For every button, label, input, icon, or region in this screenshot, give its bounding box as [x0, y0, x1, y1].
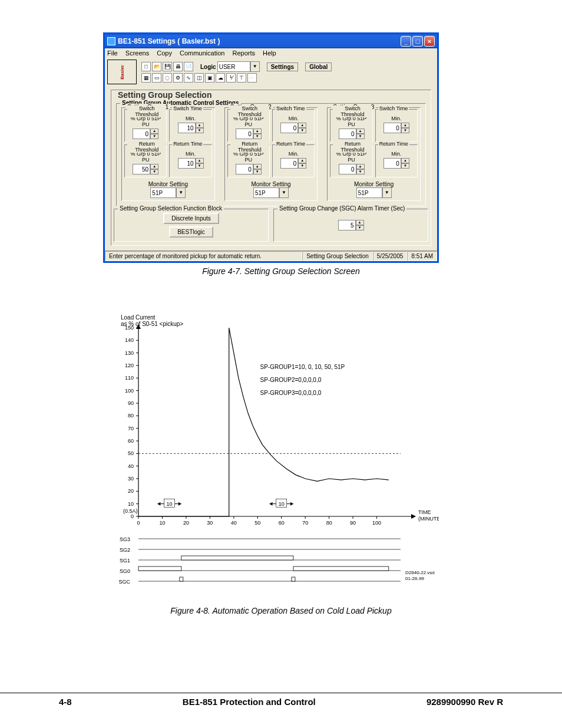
- switch-threshold-spinner[interactable]: ▲▼: [236, 129, 262, 139]
- switch-time-spinner[interactable]: ▲▼: [178, 123, 204, 133]
- return-time-spinner[interactable]: ▲▼: [178, 158, 204, 169]
- switch-threshold-label: Switch Threshold: [333, 106, 372, 117]
- save-icon[interactable]: 💾: [163, 62, 172, 71]
- footer-rev: 9289900990 Rev R: [427, 697, 503, 707]
- svg-text:01-26-99: 01-26-99: [405, 576, 425, 581]
- menu-communication[interactable]: Communication: [180, 50, 224, 57]
- return-threshold-spinner[interactable]: ▲▼: [133, 164, 158, 174]
- menubar: File Screens Copy Communication Reports …: [105, 48, 437, 58]
- return-time-label: Return Time: [172, 141, 203, 147]
- menu-screens[interactable]: Screens: [125, 50, 149, 57]
- svg-text:120: 120: [125, 363, 134, 368]
- bestlogic-button[interactable]: BESTlogic: [169, 226, 213, 238]
- switch-time-label: Switch Time: [378, 106, 409, 111]
- logic-select[interactable]: ▼: [217, 61, 260, 72]
- svg-text:150: 150: [125, 325, 134, 331]
- svg-rect-90: [180, 577, 183, 581]
- monitor-setting-select[interactable]: ▼: [150, 187, 186, 198]
- down-arrow-icon[interactable]: ▼: [356, 225, 364, 230]
- tool-icon[interactable]: ☁: [216, 73, 225, 83]
- svg-rect-91: [292, 577, 295, 581]
- svg-text:110: 110: [125, 375, 134, 381]
- up-arrow-icon[interactable]: ▲: [356, 220, 364, 225]
- svg-text:80: 80: [128, 413, 134, 419]
- svg-rect-88: [138, 566, 181, 571]
- tool-icon[interactable]: ☞: [247, 73, 257, 83]
- return-time-spinner[interactable]: ▲▼: [280, 158, 306, 169]
- figure-48-caption: Figure 4-8. Automatic Operation Based on…: [103, 606, 459, 615]
- statusbar: Enter percentage of monitored pickup for…: [105, 251, 437, 261]
- svg-text:100: 100: [372, 520, 381, 526]
- svg-text:TIME: TIME: [418, 509, 431, 515]
- new-icon[interactable]: □: [141, 62, 151, 71]
- global-button[interactable]: Global: [305, 62, 332, 71]
- monitor-setting-select[interactable]: ▼: [356, 187, 392, 198]
- return-threshold-label: Return Threshold: [230, 141, 269, 153]
- tool-icon[interactable]: ⊤: [237, 73, 246, 83]
- tool-icon[interactable]: ◌: [163, 73, 172, 83]
- chart-svg: Load Currentas % of S0-51 <pickup>010203…: [103, 311, 439, 600]
- monitor-setting-label: Monitor Setting: [124, 181, 212, 187]
- svg-text:90: 90: [350, 520, 356, 526]
- monitor-setting-select[interactable]: ▼: [253, 187, 289, 198]
- app-icon: [107, 37, 115, 45]
- return-threshold-spinner[interactable]: ▲▼: [339, 164, 365, 174]
- tool-icon[interactable]: ◫: [194, 73, 204, 83]
- svg-marker-68: [157, 502, 160, 506]
- svg-text:40: 40: [128, 463, 134, 469]
- sgc-title: Setting Group Change (SGC) Alarm Timer (…: [277, 205, 406, 212]
- dropdown-icon[interactable]: ▼: [382, 187, 392, 198]
- dropdown-icon[interactable]: ▼: [279, 187, 289, 198]
- svg-text:80: 80: [326, 520, 332, 526]
- switch-threshold-spinner[interactable]: ▲▼: [133, 129, 158, 139]
- open-icon[interactable]: 📂: [152, 62, 161, 71]
- svg-text:SG3: SG3: [120, 536, 130, 542]
- svg-text:SG1: SG1: [120, 558, 130, 564]
- svg-text:70: 70: [128, 426, 134, 431]
- svg-text:20: 20: [128, 488, 134, 494]
- svg-text:SG2: SG2: [120, 547, 130, 553]
- switch-time-label: Switch Time: [172, 106, 203, 111]
- discrete-inputs-button[interactable]: Discrete Inputs: [163, 213, 219, 224]
- window-title: BE1-851 Settings ( Basler.bst ): [118, 37, 220, 45]
- menu-help[interactable]: Help: [263, 50, 276, 57]
- tool-icon[interactable]: ⚙: [173, 73, 183, 83]
- page-footer: 4-8 BE1-851 Protection and Control 92899…: [0, 693, 562, 707]
- status-time: 8:51 AM: [407, 251, 437, 261]
- switch-time-spinner[interactable]: ▲▼: [384, 123, 409, 133]
- tool-icon[interactable]: ⅟: [226, 73, 236, 83]
- sgc-timer-spinner[interactable]: ▲▼: [338, 220, 364, 230]
- logic-value[interactable]: [217, 61, 250, 72]
- minimize-button[interactable]: _: [401, 36, 411, 47]
- tool-icon[interactable]: ▣: [205, 73, 214, 83]
- svg-text:(MINUTES): (MINUTES): [418, 516, 439, 522]
- svg-marker-74: [290, 502, 293, 506]
- svg-text:D2840-22.vsd: D2840-22.vsd: [405, 570, 435, 575]
- print-icon[interactable]: 🖶: [173, 62, 183, 71]
- switch-threshold-label: Switch Threshold: [230, 106, 269, 117]
- maximize-button[interactable]: □: [412, 36, 423, 47]
- switch-threshold-spinner[interactable]: ▲▼: [339, 129, 365, 139]
- tool-icon[interactable]: ▦: [141, 73, 151, 83]
- switch-time-spinner[interactable]: ▲▼: [280, 123, 306, 133]
- svg-text:40: 40: [231, 520, 237, 526]
- return-threshold-spinner[interactable]: ▲▼: [236, 164, 262, 174]
- switch-threshold-label: Switch Threshold: [127, 106, 166, 117]
- preview-icon[interactable]: 📄: [184, 62, 193, 71]
- settings-button[interactable]: Settings: [267, 62, 298, 71]
- svg-text:130: 130: [125, 350, 134, 356]
- menu-copy[interactable]: Copy: [157, 50, 172, 57]
- dropdown-icon[interactable]: ▼: [176, 187, 186, 198]
- titlebar[interactable]: BE1-851 Settings ( Basler.bst ) _ □ ×: [105, 34, 437, 48]
- return-time-spinner[interactable]: ▲▼: [384, 158, 409, 169]
- tool-icon[interactable]: ∿: [184, 73, 193, 83]
- menu-file[interactable]: File: [107, 50, 118, 57]
- menu-reports[interactable]: Reports: [232, 50, 255, 57]
- svg-rect-87: [181, 556, 293, 560]
- sgc-timer-value[interactable]: [338, 220, 356, 230]
- svg-text:70: 70: [302, 520, 308, 526]
- svg-text:100: 100: [125, 388, 134, 394]
- dropdown-icon[interactable]: ▼: [250, 61, 260, 72]
- tool-icon[interactable]: ▭: [152, 73, 161, 83]
- close-button[interactable]: ×: [424, 36, 435, 47]
